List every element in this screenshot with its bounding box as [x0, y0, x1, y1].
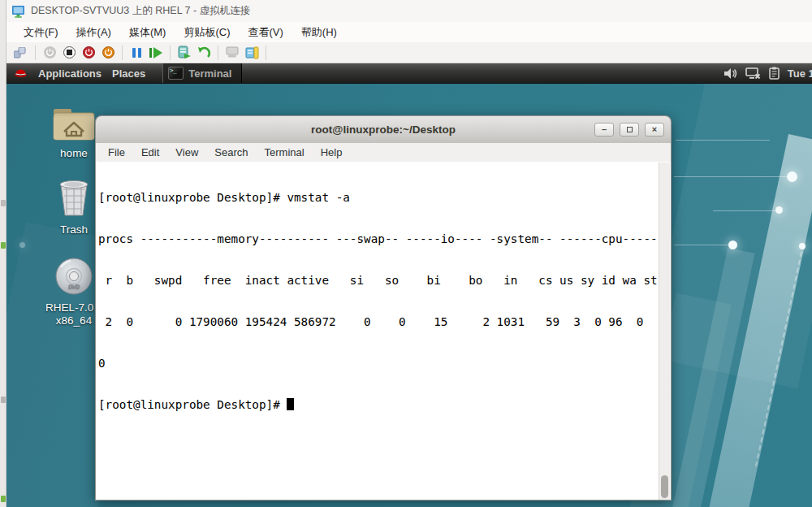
- taskbar-terminal-button[interactable]: >_ Terminal: [162, 63, 242, 84]
- minimize-button[interactable]: –: [594, 123, 614, 136]
- icon-label: home: [45, 147, 102, 159]
- terminal-screen[interactable]: [root@linuxprobe Desktop]# vmstat -a pro…: [95, 162, 672, 500]
- terminal-title: root@linuxprobe:~/Desktop: [96, 124, 671, 136]
- background-fragment: [1, 242, 6, 249]
- menu-media[interactable]: 媒体(M): [120, 23, 175, 42]
- checkpoint-icon[interactable]: [176, 45, 192, 61]
- shutdown-icon[interactable]: [80, 45, 97, 61]
- desktop-icon-trash[interactable]: Trash: [45, 178, 102, 236]
- menu-terminal[interactable]: Terminal: [257, 146, 313, 158]
- terminal-menubar: File Edit View Search Terminal Help: [95, 143, 672, 162]
- terminal-scrollbar[interactable]: [659, 162, 670, 500]
- window-title: DESKTOP-SVTVUU3 上的 RHEL 7 - 虚拟机连接: [31, 4, 250, 18]
- terminal-line: r b swpd free inact active si so bi bo i…: [98, 274, 658, 288]
- toolbar-separator: [122, 46, 123, 60]
- wallpaper-line: [676, 140, 770, 141]
- svg-text:DVD: DVD: [68, 284, 80, 289]
- wallpaper-dot: [775, 206, 783, 214]
- terminal-output: [root@linuxprobe Desktop]# vmstat -a pro…: [98, 163, 658, 440]
- background-fragment: [1, 396, 6, 403]
- toolbar-separator: [218, 46, 218, 60]
- vm-display: Applications Places >_ Terminal: [6, 63, 812, 507]
- pause-icon[interactable]: [128, 45, 145, 61]
- volume-icon[interactable]: [723, 67, 737, 80]
- toolbar-separator: [170, 46, 171, 60]
- terminal-line: 0: [98, 357, 658, 370]
- hyperv-toolbar: [6, 42, 812, 63]
- wallpaper-dot: [728, 240, 737, 249]
- desktop-icon-home[interactable]: home: [45, 106, 102, 159]
- wallpaper-line: [674, 245, 732, 245]
- icon-label: Trash: [45, 223, 102, 236]
- home-folder-icon: [52, 106, 96, 142]
- background-fragment: [1, 200, 6, 206]
- menu-help[interactable]: 帮助(H): [292, 23, 346, 42]
- gnome-top-bar: Applications Places >_ Terminal: [6, 63, 812, 84]
- revert-icon[interactable]: [196, 45, 212, 61]
- icon-label: RHEL-7.0 Se: [45, 301, 102, 314]
- background-window-edge: [0, 0, 6, 507]
- wallpaper-dot: [799, 243, 806, 249]
- start-icon[interactable]: [41, 45, 58, 61]
- terminal-cursor: [287, 398, 294, 410]
- menu-clipboard[interactable]: 剪贴板(C): [175, 23, 239, 42]
- wallpaper-dot: [19, 242, 25, 248]
- wallpaper-line: [674, 176, 792, 177]
- ctrl-alt-del-icon[interactable]: [13, 45, 29, 61]
- display-network-icon[interactable]: [745, 67, 761, 80]
- menu-edit[interactable]: Edit: [133, 146, 167, 158]
- terminal-line: 2 0 0 1790060 195424 586972 0 0 15 2 103…: [98, 315, 658, 329]
- enhanced-session-icon[interactable]: [244, 45, 260, 61]
- scrollbar-thumb[interactable]: [661, 475, 668, 498]
- terminal-prompt-line: [root@linuxprobe Desktop]#: [98, 398, 658, 412]
- terminal-line: procs -----------memory---------- ---swa…: [98, 232, 658, 246]
- wallpaper-line: [713, 210, 780, 211]
- places-menu[interactable]: Places: [112, 67, 156, 80]
- maximize-icon: [627, 127, 633, 132]
- vm-monitor-icon: [11, 5, 25, 18]
- menu-file[interactable]: 文件(F): [15, 23, 67, 42]
- toolbar-separator: [266, 46, 266, 60]
- menu-help[interactable]: Help: [313, 146, 351, 158]
- menu-view[interactable]: 查看(V): [240, 23, 292, 42]
- menu-view[interactable]: View: [167, 146, 206, 158]
- hyperv-menubar: 文件(F) 操作(A) 媒体(M) 剪贴板(C) 查看(V) 帮助(H): [6, 22, 812, 42]
- terminal-icon: >_: [168, 67, 184, 80]
- trash-icon: [55, 178, 93, 219]
- hyperv-vmconnect-window: DESKTOP-SVTVUU3 上的 RHEL 7 - 虚拟机连接 文件(F) …: [6, 0, 812, 507]
- wallpaper-dot: [787, 171, 797, 182]
- terminal-titlebar[interactable]: root@linuxprobe:~/Desktop – ×: [95, 115, 672, 143]
- background-fragment: [1, 496, 6, 502]
- maximize-button[interactable]: [620, 123, 639, 136]
- menu-file[interactable]: File: [100, 146, 133, 158]
- basic-session-icon[interactable]: [224, 45, 240, 61]
- menu-search[interactable]: Search: [206, 146, 256, 158]
- clipboard-icon[interactable]: [769, 67, 780, 80]
- icon-label: x86_64: [45, 314, 102, 327]
- redhat-logo-icon: [14, 67, 28, 80]
- turn-off-icon[interactable]: [61, 45, 77, 61]
- clock[interactable]: Tue 18: [788, 67, 812, 80]
- terminal-window: root@linuxprobe:~/Desktop – × File Edit …: [95, 115, 672, 500]
- menu-action[interactable]: 操作(A): [67, 23, 120, 42]
- save-icon[interactable]: [100, 45, 116, 61]
- close-button[interactable]: ×: [645, 123, 664, 136]
- hyperv-titlebar[interactable]: DESKTOP-SVTVUU3 上的 RHEL 7 - 虚拟机连接: [6, 0, 812, 22]
- desktop[interactable]: home Trash: [6, 84, 812, 507]
- desktop-icon-rhel-dvd[interactable]: DVD RHEL-7.0 Se x86_64: [45, 256, 102, 327]
- toolbar-separator: [35, 46, 36, 60]
- terminal-line: [root@linuxprobe Desktop]# vmstat -a: [98, 191, 658, 205]
- applications-menu[interactable]: Applications: [28, 67, 112, 80]
- dvd-disc-icon: DVD: [54, 256, 94, 297]
- resume-icon[interactable]: [148, 45, 164, 61]
